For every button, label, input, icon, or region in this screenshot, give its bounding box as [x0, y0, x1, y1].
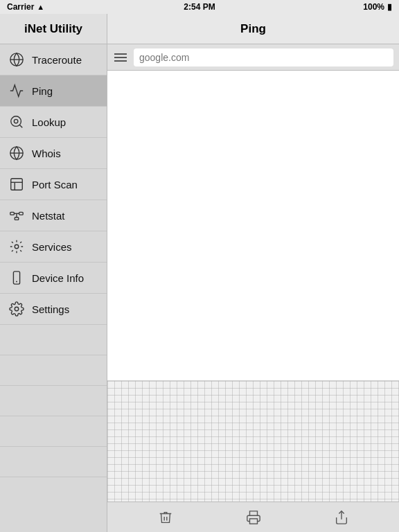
sidebar-empty-2 — [0, 355, 107, 386]
clear-icon — [158, 510, 173, 525]
traceroute-icon — [8, 51, 25, 68]
sidebar-item-ping[interactable]: Ping — [0, 76, 107, 107]
sidebar-item-deviceinfo[interactable]: Device Info — [0, 263, 107, 294]
grid-canvas — [107, 381, 399, 502]
chart-area — [107, 380, 399, 502]
svg-rect-21 — [249, 518, 257, 523]
svg-rect-7 — [11, 179, 23, 190]
share-icon — [334, 510, 349, 525]
ping-label: Ping — [32, 85, 53, 97]
sidebar-empty-5 — [0, 447, 107, 477]
svg-rect-11 — [19, 212, 23, 215]
sidebar-item-services[interactable]: Services — [0, 231, 107, 263]
lookup-icon — [8, 114, 25, 130]
settings-label: Settings — [32, 303, 69, 315]
status-right: 100% ▮ — [363, 2, 392, 12]
svg-point-2 — [11, 116, 21, 127]
app-header: iNet Utility Ping — [0, 14, 399, 44]
sidebar-item-portscan[interactable]: Port Scan — [0, 169, 107, 200]
sidebar-item-traceroute[interactable]: Traceroute — [0, 44, 107, 76]
sidebar-item-whois[interactable]: Whois — [0, 138, 107, 169]
svg-line-3 — [19, 125, 22, 127]
services-icon — [8, 238, 25, 255]
svg-point-18 — [15, 307, 19, 311]
sidebar-item-lookup[interactable]: Lookup — [0, 107, 107, 138]
input-bar — [107, 44, 399, 71]
settings-icon — [8, 301, 25, 317]
status-left: Carrier ▲ — [7, 2, 44, 12]
print-button[interactable] — [240, 505, 267, 530]
portscan-icon — [8, 176, 25, 193]
sidebar-empty-3 — [0, 386, 107, 416]
share-button[interactable] — [328, 505, 355, 530]
whois-label: Whois — [32, 148, 61, 159]
svg-rect-12 — [15, 218, 19, 220]
main-panel-title: Ping — [107, 14, 399, 44]
svg-point-4 — [14, 119, 17, 123]
whois-icon — [8, 145, 25, 161]
svg-rect-16 — [13, 272, 19, 284]
host-input[interactable] — [134, 48, 393, 66]
status-bar: Carrier ▲ 2:54 PM 100% ▮ — [0, 0, 399, 14]
sidebar-empty-4 — [0, 416, 107, 447]
battery-label: 100% — [363, 2, 384, 12]
content-area: Traceroute Ping Lookup — [0, 44, 399, 532]
app-container: iNet Utility Ping Traceroute — [0, 14, 399, 532]
main-content — [107, 44, 399, 532]
portscan-label: Port Scan — [32, 179, 78, 190]
deviceinfo-label: Device Info — [32, 272, 84, 284]
sidebar-item-netstat[interactable]: Netstat — [0, 200, 107, 231]
clear-button[interactable] — [152, 505, 179, 530]
sidebar-empty-1 — [0, 325, 107, 355]
ping-output — [107, 71, 399, 380]
app-title: iNet Utility — [0, 14, 107, 44]
netstat-icon — [8, 207, 25, 224]
carrier-label: Carrier — [7, 2, 34, 12]
status-time: 2:54 PM — [184, 2, 215, 12]
svg-point-15 — [15, 245, 19, 249]
bottom-toolbar — [107, 502, 399, 532]
svg-rect-10 — [10, 212, 15, 215]
lookup-label: Lookup — [32, 116, 66, 128]
deviceinfo-icon — [8, 269, 25, 286]
services-label: Services — [32, 241, 72, 253]
menu-button[interactable] — [113, 52, 128, 63]
sidebar: Traceroute Ping Lookup — [0, 44, 107, 532]
traceroute-label: Traceroute — [32, 54, 82, 66]
print-icon — [246, 510, 261, 525]
wifi-icon: ▲ — [37, 3, 44, 11]
netstat-label: Netstat — [32, 210, 65, 222]
ping-icon — [8, 82, 25, 99]
battery-icon: ▮ — [387, 2, 392, 12]
sidebar-item-settings[interactable]: Settings — [0, 294, 107, 325]
